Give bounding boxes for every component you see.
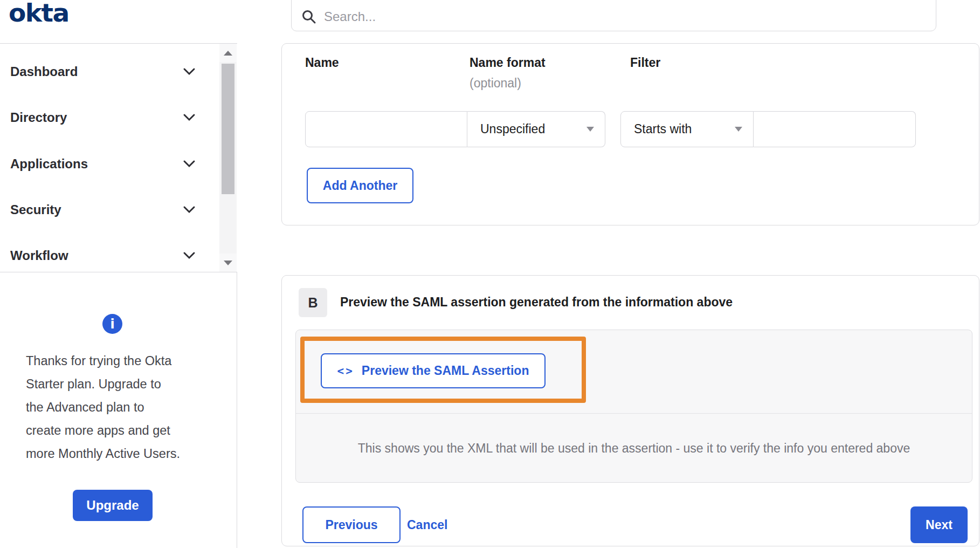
sidebar-item-dashboard[interactable]: Dashboard xyxy=(0,49,219,94)
global-search[interactable] xyxy=(291,0,936,31)
name-format-selected-value: Unspecified xyxy=(480,122,545,136)
info-icon: i xyxy=(102,314,122,334)
attribute-statements-card: Name Name format (optional) Filter Unspe… xyxy=(281,43,979,225)
attribute-name-input[interactable] xyxy=(305,111,467,147)
step-badge: B xyxy=(299,288,327,317)
search-icon xyxy=(301,9,316,24)
sidebar-item-applications[interactable]: Applications xyxy=(0,141,219,187)
chevron-down-icon xyxy=(183,251,196,259)
add-another-button[interactable]: Add Another xyxy=(307,168,413,203)
sidebar-item-label: Directory xyxy=(10,110,67,125)
sidebar-item-label: Dashboard xyxy=(10,64,78,79)
sidebar-item-label: Applications xyxy=(10,156,88,172)
upsell-line: the Advanced plan to xyxy=(26,396,204,419)
scrollbar-thumb[interactable] xyxy=(222,64,234,194)
sidebar-item-label: Workflow xyxy=(10,248,68,263)
sidebar-scrollbar[interactable] xyxy=(219,44,237,272)
triangle-up-icon xyxy=(224,51,232,56)
upsell-line: Starter plan. Upgrade to xyxy=(26,373,204,396)
previous-button[interactable]: Previous xyxy=(302,506,401,543)
sidebar-item-security[interactable]: Security xyxy=(0,187,219,232)
preview-description-row: This shows you the XML that will be used… xyxy=(296,414,972,483)
name-format-optional-hint: (optional) xyxy=(470,76,521,91)
scroll-down-button[interactable] xyxy=(219,254,237,272)
okta-logo: okta xyxy=(9,0,69,28)
triangle-down-icon xyxy=(224,261,232,265)
upsell-line: Thanks for trying the Okta xyxy=(26,350,204,373)
preview-description: This shows you the XML that will be used… xyxy=(358,441,910,456)
chevron-down-icon xyxy=(183,113,196,121)
caret-down-icon xyxy=(586,127,594,132)
next-button[interactable]: Next xyxy=(910,506,968,543)
cancel-button[interactable]: Cancel xyxy=(402,506,453,543)
upgrade-button[interactable]: Upgrade xyxy=(73,490,153,521)
chevron-down-icon xyxy=(183,160,196,168)
sidebar-item-label: Security xyxy=(10,202,61,217)
preview-button-label: Preview the SAML Assertion xyxy=(362,364,529,378)
sidebar-item-workflow[interactable]: Workflow xyxy=(0,232,219,278)
filter-value-input[interactable] xyxy=(754,111,916,147)
preview-button-row: <> Preview the SAML Assertion xyxy=(296,330,972,414)
chevron-down-icon xyxy=(183,206,196,214)
name-format-column-label: Name format xyxy=(470,56,546,70)
sidebar-menu: Dashboard Directory Applications Securit… xyxy=(0,43,237,272)
code-icon: <> xyxy=(337,365,354,378)
preview-panel: <> Preview the SAML Assertion This shows… xyxy=(295,330,972,483)
filter-type-dropdown[interactable]: Starts with xyxy=(620,111,754,147)
preview-section-title: Preview the SAML assertion generated fro… xyxy=(340,295,733,310)
scroll-up-button[interactable] xyxy=(219,44,237,62)
upsell-message: Thanks for trying the Okta Starter plan.… xyxy=(26,350,204,465)
name-format-dropdown[interactable]: Unspecified xyxy=(467,111,605,147)
sidebar-item-directory[interactable]: Directory xyxy=(0,94,219,140)
name-column-label: Name xyxy=(305,56,339,70)
chevron-down-icon xyxy=(183,67,196,76)
caret-down-icon xyxy=(735,127,742,132)
search-input[interactable] xyxy=(324,9,926,24)
preview-saml-assertion-button[interactable]: <> Preview the SAML Assertion xyxy=(321,353,546,388)
filter-type-selected-value: Starts with xyxy=(634,122,692,136)
filter-column-label: Filter xyxy=(630,56,660,70)
saml-preview-card: B Preview the SAML assertion generated f… xyxy=(281,275,979,546)
upsell-line: create more apps and get xyxy=(26,419,204,442)
upsell-line: more Monthly Active Users. xyxy=(26,442,204,465)
